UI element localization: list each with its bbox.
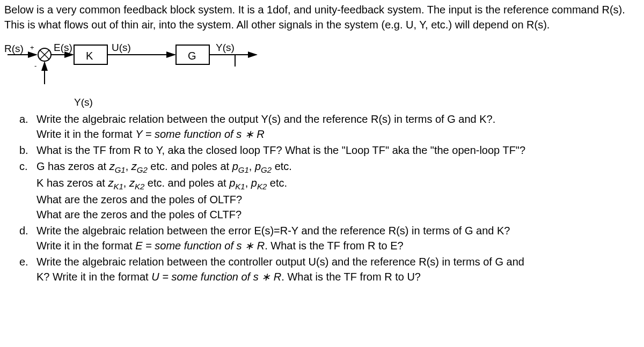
question-line: What is the TF from R to Y, aka the clos… <box>36 143 640 158</box>
math-sub: G1 <box>238 165 249 174</box>
question-e: e. Write the algebraic relation between … <box>19 254 640 284</box>
question-list: a. Write the algebraic relation between … <box>19 112 640 284</box>
text-fragment: G has zeros at <box>36 160 109 172</box>
math-sub: G1 <box>115 165 126 174</box>
question-marker: d. <box>19 223 36 253</box>
question-d: d. Write the algebraic relation between … <box>19 223 640 253</box>
text-fragment: etc. <box>267 177 287 189</box>
math-sub: K2 <box>257 182 267 191</box>
math-sub: K2 <box>135 182 144 191</box>
question-line: Write it in the format E = some function… <box>36 238 640 253</box>
text-fragment: etc. and poles at <box>148 160 232 172</box>
text-fragment: K has zeros at <box>36 177 108 189</box>
sum-plus: + <box>30 43 34 53</box>
math-sub: G2 <box>261 165 272 174</box>
question-marker: e. <box>19 254 36 284</box>
text-fragment: . What is the TF from R to U? <box>281 271 421 283</box>
math-expression: U = some function of s ∗ R <box>151 271 281 283</box>
text-fragment: , <box>249 160 255 172</box>
math-var: p <box>232 160 238 172</box>
question-line: K? Write it in the format U = some funct… <box>36 269 640 284</box>
question-line: G has zeros at zG1, zG2 etc. and poles a… <box>36 159 640 175</box>
sum-minus: - <box>34 61 36 71</box>
math-var: z <box>131 160 137 172</box>
signal-U: U(s) <box>112 41 131 55</box>
math-var: p <box>251 177 257 189</box>
math-var: z <box>129 177 135 189</box>
text-fragment: , <box>123 177 129 189</box>
text-fragment: etc. and poles at <box>144 177 229 189</box>
question-a: a. Write the algebraic relation between … <box>19 112 640 142</box>
signal-R: R(s) <box>4 42 24 56</box>
question-line: Write the algebraic relation between the… <box>36 223 640 238</box>
question-b: b. What is the TF from R to Y, aka the c… <box>19 143 640 158</box>
question-line: Write the algebraic relation between the… <box>36 254 640 269</box>
question-line: Write it in the format Y = some function… <box>36 127 640 142</box>
text-fragment: etc. <box>272 160 292 172</box>
intro-paragraph: Below is a very common feedback block sy… <box>4 2 640 32</box>
text-fragment: K? Write it in the format <box>36 271 151 283</box>
text-fragment: Write it in the format <box>36 128 135 140</box>
block-K-label: K <box>86 48 93 63</box>
question-marker: a. <box>19 112 36 142</box>
signal-Y-feedback: Y(s) <box>74 95 93 110</box>
math-sub: K1 <box>113 182 123 191</box>
question-marker: b. <box>19 143 36 158</box>
math-var: z <box>109 160 115 172</box>
text-fragment: , <box>245 177 251 189</box>
block-diagram: R(s) + - E(s) K U(s) G Y(s) Y(s) <box>4 39 640 108</box>
question-line: K has zeros at zK1, zK2 etc. and poles a… <box>36 175 640 192</box>
math-expression: E = some function of s ∗ R <box>135 240 265 252</box>
question-marker: c. <box>19 159 36 222</box>
math-var: z <box>108 177 113 189</box>
math-var: p <box>229 177 235 189</box>
question-c: c. G has zeros at zG1, zG2 etc. and pole… <box>19 159 640 222</box>
question-line: Write the algebraic relation between the… <box>36 112 640 127</box>
question-line: What are the zeros and the poles of CLTF… <box>36 207 640 222</box>
math-expression: Y = some function of s ∗ R <box>135 128 265 140</box>
block-G-label: G <box>188 48 196 63</box>
question-line: What are the zeros and the poles of OLTF… <box>36 192 640 207</box>
math-sub: K1 <box>235 182 245 191</box>
signal-E: E(s) <box>54 41 72 55</box>
text-fragment: Write it in the format <box>36 240 135 252</box>
math-sub: G2 <box>137 165 148 174</box>
signal-Y: Y(s) <box>216 41 235 55</box>
text-fragment: . What is the TF from R to E? <box>265 240 404 252</box>
math-var: p <box>255 160 261 172</box>
text-fragment: , <box>126 160 131 172</box>
